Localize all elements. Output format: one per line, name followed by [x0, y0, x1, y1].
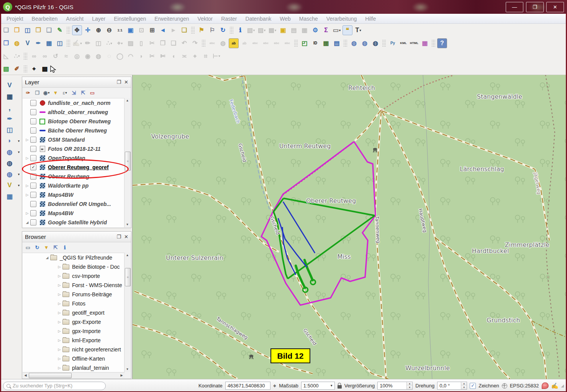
deselect-all-layers[interactable]: ▣: [278, 25, 288, 35]
add-raster-layer[interactable]: ▦: [3, 91, 16, 102]
web-plugin-download[interactable]: ◍: [349, 38, 359, 48]
layer-checkbox[interactable]: [30, 118, 36, 124]
identify-features[interactable]: ℹ: [235, 25, 245, 35]
add-spatialite-layer-tb[interactable]: ✒: [33, 38, 43, 48]
layer-item[interactable]: Biotope Oberer Reutweg: [23, 117, 125, 126]
browser-root-item[interactable]: ◢_QGIS für Pilzfreunde: [23, 253, 125, 262]
expand-arrow-icon[interactable]: ▷: [56, 311, 62, 315]
layer-name[interactable]: Bäche Oberer Reutweg: [48, 127, 107, 134]
add-spatialite-layer[interactable]: ✒: [3, 113, 16, 124]
collapse-arrow-icon[interactable]: ◢: [44, 256, 50, 260]
browser-folder-name[interactable]: gpx-Exporte: [72, 319, 101, 325]
tasks-icon[interactable]: ✍: [551, 382, 559, 389]
layer-checkbox[interactable]: [30, 183, 36, 189]
scale-lock-icon[interactable]: [338, 385, 342, 389]
menu-einstellungen[interactable]: Einstellungen: [110, 14, 150, 24]
collapse-all-browser[interactable]: ⇱: [51, 243, 60, 252]
layer-item[interactable]: ▷Maps4BW: [23, 209, 125, 218]
expand-arrow-icon[interactable]: ▷: [56, 320, 62, 324]
locator-search-input[interactable]: Zu suchender Typ (Strg+K): [3, 382, 106, 390]
layer-item[interactable]: ▷Maps4BW: [23, 190, 125, 199]
browser-panel-hscrollbar[interactable]: ◀ ▶: [23, 372, 125, 378]
layout-manager[interactable]: ❑: [44, 25, 54, 35]
layer-panel-float-icon[interactable]: ❐: [116, 79, 121, 85]
layer-item[interactable]: ▷Waldortkarte pp: [23, 181, 125, 190]
enable-properties-widget[interactable]: ℹ: [61, 243, 69, 252]
filter-legend[interactable]: ▼: [51, 89, 60, 97]
zoom-full[interactable]: ▣: [126, 25, 136, 35]
web-plugin-metasearch[interactable]: ◍: [370, 38, 380, 48]
layer-checkbox[interactable]: [30, 219, 36, 225]
freehand-georeferencer-plugin[interactable]: ✐: [12, 64, 22, 74]
minimize-button[interactable]: —: [506, 2, 523, 12]
add-favorite-service[interactable]: ◍: [12, 38, 22, 48]
plugin-image-tools[interactable]: ▦: [321, 38, 331, 48]
layer-item[interactable]: Bodenrelief OR Umgeb...: [23, 199, 125, 209]
browser-folder-item[interactable]: ▷kml-Exporte: [23, 336, 125, 345]
layer-checkbox[interactable]: [30, 137, 36, 143]
menu-layer[interactable]: Layer: [88, 14, 110, 24]
layer-item[interactable]: ◢Google Satellite Hybrid: [23, 218, 125, 227]
add-arcgis-layer[interactable]: ▦: [3, 191, 16, 202]
add-wfs-layer[interactable]: ◍▾: [3, 169, 16, 180]
expand-arrow-icon[interactable]: ▷: [24, 193, 30, 197]
magnifier-down-icon[interactable]: ▼: [407, 386, 412, 390]
zoom-last[interactable]: ◄: [158, 25, 168, 35]
maximize-button[interactable]: ❐: [526, 2, 544, 12]
expand-arrow-icon[interactable]: ▷: [56, 366, 62, 370]
menu-datenbank[interactable]: Datenbank: [241, 14, 276, 24]
menu-web[interactable]: Web: [275, 14, 295, 24]
browser-folder-name[interactable]: gpx-Importe: [72, 328, 101, 334]
layer-checkbox[interactable]: [30, 109, 36, 115]
kml-tools[interactable]: KML: [398, 38, 408, 48]
layer-name[interactable]: Maps4BW: [48, 192, 74, 198]
layer-name[interactable]: Bodenrelief OR Umgeb...: [48, 201, 111, 207]
layer-checkbox[interactable]: [30, 146, 36, 152]
filter-by-expression[interactable]: ε▾: [61, 89, 69, 97]
new-map-view[interactable]: ❏: [179, 25, 189, 35]
magnifier-spinbox[interactable]: 100% ▲▼: [377, 382, 413, 390]
rotation-spinbox[interactable]: 0,0 ° ▲▼: [437, 382, 467, 390]
browser-folder-item[interactable]: ▷Forst - WMS-Dienste: [23, 281, 125, 290]
add-virtual-layer[interactable]: ◫: [3, 124, 16, 135]
menu-bearbeiten[interactable]: Bearbeiten: [28, 14, 62, 24]
extent-toggle-icon[interactable]: ⌖: [273, 382, 276, 389]
layer-item[interactable]: fundliste_or_nach_norm: [23, 98, 125, 108]
collapse-arrow-icon[interactable]: ◢: [24, 220, 30, 224]
expand-arrow-icon[interactable]: ▷: [24, 184, 30, 188]
help-contents[interactable]: ?: [437, 38, 447, 48]
menu-erweiterungen[interactable]: Erweiterungen: [150, 14, 193, 24]
zoom-native[interactable]: 1:1: [115, 25, 125, 35]
crs-value[interactable]: EPSG:25832: [510, 383, 539, 389]
layer-item[interactable]: Fotos OR 2018-12-11: [23, 144, 125, 154]
browser-folder-name[interactable]: Forst - WMS-Dienste: [72, 282, 122, 288]
new-spatial-bookmark[interactable]: ⚑: [197, 25, 206, 35]
open-project[interactable]: ❒: [12, 25, 22, 35]
db-manager[interactable]: ▤: [332, 38, 342, 48]
expand-arrow-icon[interactable]: ▷: [56, 292, 62, 296]
add-wms-layer[interactable]: ◍▾: [3, 147, 16, 157]
coordinate-input[interactable]: 463671,5408630: [225, 382, 270, 390]
refresh-browser[interactable]: ↻: [33, 243, 41, 252]
expand-arrow-icon[interactable]: ▷: [24, 138, 30, 142]
browser-folder-name[interactable]: kml-Exporte: [72, 337, 101, 343]
menu-raster[interactable]: Raster: [217, 14, 241, 24]
add-mesh-layer-tb[interactable]: ▦: [44, 38, 54, 48]
layer-panel-scrollbar[interactable]: ▲ ≡ ▼: [124, 98, 131, 227]
layer-name[interactable]: Biotope Oberer Reutweg: [48, 118, 111, 124]
menu-ansicht[interactable]: Ansicht: [62, 14, 88, 24]
layer-checkbox[interactable]: [30, 100, 36, 106]
expand-arrow-icon[interactable]: ▷: [56, 338, 62, 342]
browser-root-name[interactable]: _QGIS für Pilzfreunde: [60, 255, 112, 261]
browser-panel-float-icon[interactable]: ❐: [116, 234, 121, 240]
menu-vektor[interactable]: Vektor: [193, 14, 217, 24]
layer-panel-close-icon[interactable]: ✕: [124, 79, 128, 85]
layer-checkbox[interactable]: [30, 155, 36, 161]
add-vector-layer-tb[interactable]: V: [23, 38, 33, 48]
add-postgis-layer[interactable]: ◗▾: [3, 136, 16, 146]
expand-arrow-icon[interactable]: ▷: [56, 274, 62, 278]
pan-to-selection[interactable]: ✛: [83, 25, 93, 35]
new-print-layout[interactable]: ❐: [33, 25, 43, 35]
browser-folder-item[interactable]: ▷Offline-Karten: [23, 354, 125, 363]
add-vector-tile-layer[interactable]: V▾: [3, 180, 16, 191]
